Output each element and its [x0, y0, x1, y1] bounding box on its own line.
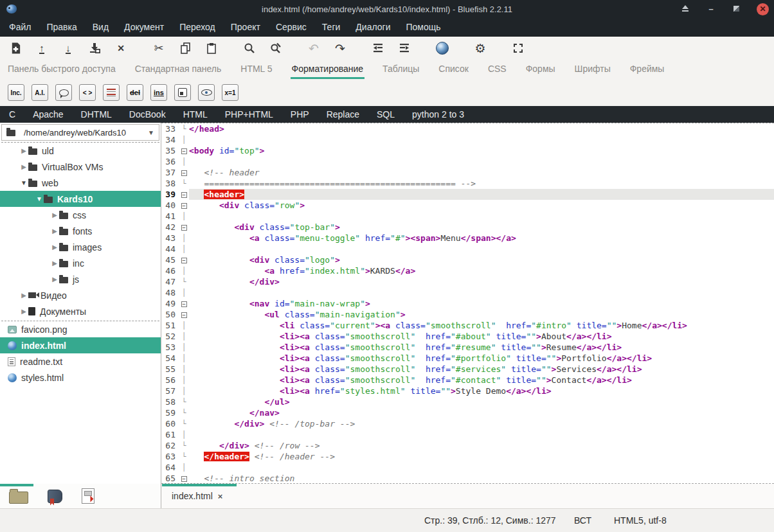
tab-forms[interactable]: Формы — [525, 64, 557, 79]
expand-icon[interactable]: ▶ — [19, 308, 28, 315]
tree-item-css[interactable]: ▶css — [0, 207, 161, 223]
expand-icon[interactable]: ▶ — [50, 227, 59, 235]
indent-icon[interactable] — [397, 40, 412, 56]
paste-icon[interactable] — [204, 40, 219, 56]
fullscreen-icon[interactable] — [510, 40, 526, 56]
code-line-63[interactable]: 63└ </header> <!-- /header --> — [161, 451, 774, 462]
code-line-47[interactable]: 47└ </div> — [161, 276, 774, 287]
expand-icon[interactable]: ▶ — [19, 147, 28, 154]
fold-marker[interactable]: − — [179, 189, 189, 200]
expand-icon[interactable]: ▶ — [19, 163, 28, 170]
code-line-35[interactable]: 35−<body id="top"> — [161, 145, 774, 156]
code-line-39[interactable]: 39− <header> — [161, 189, 774, 200]
lang-dhtml[interactable]: DHTML — [81, 109, 112, 120]
save-as-icon[interactable] — [87, 40, 102, 56]
file-item-readme-txt[interactable]: readme.txt — [0, 353, 161, 369]
tab-list[interactable]: Список — [437, 64, 470, 79]
open-document-icon[interactable]: ↑ — [34, 40, 50, 56]
code-line-33[interactable]: 33└</head> — [161, 123, 774, 134]
code-line-59[interactable]: 59└ </nav> — [161, 407, 774, 418]
fold-marker[interactable]: − — [179, 222, 189, 233]
maximize-icon[interactable] — [731, 3, 742, 15]
code-line-55[interactable]: 55│ <li><a class="smoothscroll" href="#s… — [161, 364, 774, 375]
inc-button[interactable]: Inc. — [8, 84, 24, 101]
close-window-icon[interactable]: ✕ — [757, 3, 769, 15]
var-button[interactable]: x=1 — [222, 84, 239, 101]
snippets-tab-icon[interactable] — [82, 488, 94, 504]
lang-apache[interactable]: Apache — [33, 109, 63, 120]
save-icon[interactable]: ↓ — [60, 40, 76, 56]
close-document-icon[interactable]: ✕ — [113, 40, 129, 56]
minimize-icon[interactable]: − — [705, 3, 717, 15]
kbd-button[interactable] — [174, 84, 191, 101]
code-line-51[interactable]: 51│ <li class="current"><a class="smooth… — [161, 320, 774, 331]
find-icon[interactable] — [242, 40, 257, 56]
code-line-38[interactable]: 38└ ====================================… — [161, 178, 774, 189]
code-line-43[interactable]: 43│ <a class="menu-toggle" href="#"><spa… — [161, 233, 774, 244]
ins-button[interactable]: ins — [150, 84, 167, 101]
fold-marker[interactable]: − — [179, 473, 189, 484]
redo-icon[interactable]: ↷ — [332, 40, 348, 56]
preferences-icon[interactable]: ⚙ — [473, 40, 488, 56]
bookmarks-tab-icon[interactable] — [48, 490, 62, 503]
lang-python-2-to-3[interactable]: python 2 to 3 — [412, 109, 464, 120]
code-line-34[interactable]: 34│ — [161, 134, 774, 145]
fold-marker[interactable]: − — [179, 200, 189, 211]
code-line-50[interactable]: 50− <ul class="main-navigation"> — [161, 309, 774, 320]
fold-collapse-icon[interactable]: − — [181, 312, 187, 318]
comment-button[interactable] — [55, 84, 72, 101]
tree-item-kards10[interactable]: ▼Kards10 — [0, 191, 161, 207]
fold-collapse-icon[interactable]: − — [181, 170, 187, 176]
tab-quick-access[interactable]: Панель быстрого доступа — [6, 64, 117, 79]
menu-item-view[interactable]: Вид — [93, 22, 109, 32]
file-browser-tab-icon[interactable] — [9, 492, 28, 504]
document-tab[interactable]: index.html × — [172, 484, 222, 508]
menu-item-go[interactable]: Переход — [179, 22, 215, 32]
menu-item-tags[interactable]: Теги — [322, 22, 340, 32]
tab-formatting[interactable]: Форматирование — [291, 64, 365, 79]
code-line-48[interactable]: 48│ — [161, 287, 774, 298]
ai-button[interactable]: A.I. — [32, 84, 48, 101]
fold-marker[interactable]: − — [179, 309, 189, 320]
expand-icon[interactable]: ▶ — [50, 211, 59, 218]
menu-item-help[interactable]: Помощь — [406, 22, 440, 32]
shade-window-icon[interactable] — [680, 3, 691, 15]
code-line-61[interactable]: 61│ — [161, 429, 774, 440]
directory-dropdown[interactable]: /home/andrey/web/Kards10 ▼ — [1, 124, 159, 141]
fold-marker[interactable]: − — [179, 298, 189, 309]
tree-item-inc[interactable]: ▶inc — [0, 255, 161, 271]
lang-html[interactable]: HTML — [183, 109, 208, 120]
code-line-60[interactable]: 60└ </div> <!-- /top-bar --> — [161, 418, 774, 429]
file-item-styles-html[interactable]: styles.html — [0, 369, 161, 386]
code-line-40[interactable]: 40− <div class="row"> — [161, 200, 774, 211]
tree-item-images[interactable]: ▶images — [0, 239, 161, 255]
code-line-44[interactable]: 44│ — [161, 244, 774, 254]
angle-brackets-button[interactable]: < > — [79, 84, 96, 101]
fold-collapse-icon[interactable]: − — [181, 225, 187, 231]
lang-c[interactable]: C — [9, 109, 15, 120]
fold-marker[interactable]: − — [179, 167, 189, 178]
code-line-49[interactable]: 49− <nav id="main-nav-wrap"> — [161, 298, 774, 309]
menu-item-dialogs[interactable]: Диалоги — [356, 22, 390, 32]
fold-collapse-icon[interactable]: − — [181, 258, 187, 263]
tree-item-video[interactable]: ▶Видео — [0, 287, 161, 303]
code-line-58[interactable]: 58└ </ul> — [161, 396, 774, 407]
collapse-icon[interactable]: ▼ — [35, 195, 44, 202]
fold-collapse-icon[interactable]: − — [181, 203, 187, 209]
copy-icon[interactable] — [177, 40, 193, 56]
code-line-45[interactable]: 45− <div class="logo"> — [161, 254, 774, 265]
fold-marker[interactable]: − — [179, 254, 189, 265]
find-replace-icon[interactable] — [268, 40, 284, 56]
tree-item-virtualbox-vms[interactable]: ▶VirtualBox VMs — [0, 159, 161, 175]
file-item-favicon-png[interactable]: favicon.png — [0, 321, 161, 337]
cut-icon[interactable]: ✂ — [151, 40, 166, 56]
fold-collapse-icon[interactable]: − — [181, 148, 187, 154]
menu-item-project[interactable]: Проект — [231, 22, 260, 32]
code-line-37[interactable]: 37− <!-- header — [161, 167, 774, 178]
fold-collapse-icon[interactable]: − — [181, 476, 187, 482]
menu-item-tools[interactable]: Сервис — [276, 22, 307, 32]
expand-icon[interactable]: ▶ — [19, 292, 28, 299]
code-line-46[interactable]: 46│ <a href="index.html">KARDS</a> — [161, 265, 774, 276]
code-line-42[interactable]: 42− <div class="top-bar"> — [161, 222, 774, 233]
code-line-54[interactable]: 54│ <li><a class="smoothscroll" href="#p… — [161, 353, 774, 364]
